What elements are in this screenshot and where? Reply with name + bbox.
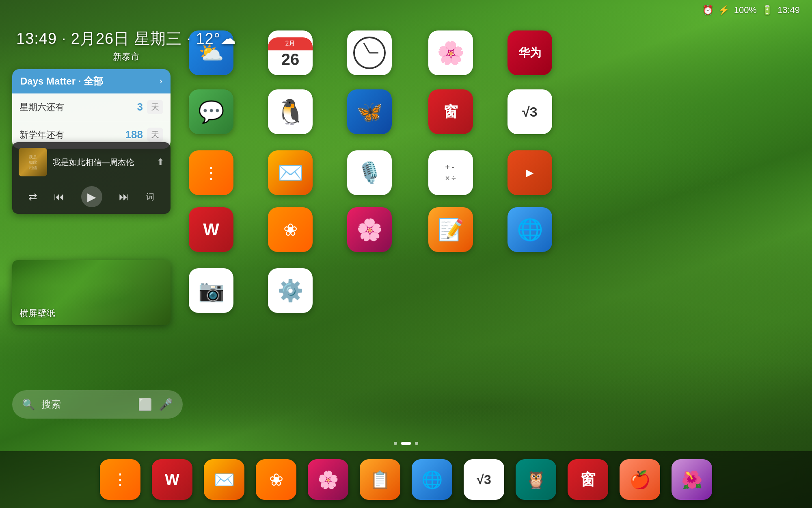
music-widget[interactable]: 我是如此相信 我是如此相信—周杰伦 ⬆ ⇄ ⏮ ▶ ⏭ 词 [12, 142, 171, 214]
dm-unit-2: 天 [147, 128, 163, 142]
datetime-widget: 13:49 · 2月26日 星期三 · 12°☁ 新泰市 [16, 28, 236, 63]
dock-window-button[interactable]: 窗 [568, 459, 608, 500]
battery-icon: 🔋 [762, 5, 773, 15]
days-matter-header[interactable]: Days Matter · 全部 › [12, 69, 171, 93]
scan-icon[interactable]: ⬜ [138, 398, 152, 411]
dock: ⋮ W ✉️ ❀ 🌸 📋 🌐 √3 🦉 窗 🍎 🌺 [0, 451, 812, 508]
music-title: 我是如此相信—周杰伦 [53, 157, 151, 168]
dm-count-2: 188 [125, 128, 143, 141]
voice-icon[interactable]: 🎤 [159, 398, 173, 411]
app-mail[interactable]: ✉️ [268, 150, 313, 195]
app-video[interactable]: ▶ [508, 150, 552, 195]
days-matter-arrow[interactable]: › [160, 76, 162, 87]
datetime-location: 新泰市 [16, 51, 236, 63]
dock-notes-button[interactable]: 📋 [360, 459, 400, 500]
dm-unit-1: 天 [147, 100, 163, 114]
search-icon: 🔍 [22, 398, 35, 411]
app-dingtalk[interactable]: 🦋 [347, 89, 392, 134]
app-window-red[interactable]: 窗 [428, 89, 473, 134]
status-bar: ⏰ ⚡ 100% 🔋 13:49 [0, 0, 812, 20]
dock-owl-button[interactable]: 🦉 [516, 459, 556, 500]
dock-mail-button[interactable]: ✉️ [204, 459, 244, 500]
days-matter-widget[interactable]: Days Matter · 全部 › 星期六还有 3 天 新学年还有 188 天 [12, 69, 171, 149]
music-upload-icon[interactable]: ⬆ [157, 157, 164, 167]
app-settings[interactable]: ⚙️ [268, 268, 313, 313]
prev-button[interactable]: ⏮ [54, 191, 65, 203]
bluetooth-icon: ⚡ [718, 5, 729, 15]
page-dot-1[interactable] [394, 442, 397, 445]
page-dot-2[interactable] [401, 442, 411, 445]
shuffle-button[interactable]: ⇄ [28, 191, 37, 203]
dock-gallery-button[interactable]: 🌺 [672, 459, 712, 500]
app-qq[interactable]: 🐧 [268, 89, 313, 134]
app-notes[interactable]: 📝 [428, 207, 473, 252]
play-button[interactable]: ▶ [81, 186, 102, 207]
app-calculator[interactable]: +- ×÷ [428, 150, 473, 195]
app-huawei-video[interactable]: ❀ [268, 207, 313, 252]
page-indicator [394, 442, 418, 445]
app-moji-weather[interactable]: 🌸 [347, 207, 392, 252]
app-calendar[interactable]: 2月 26 [268, 30, 313, 75]
dm-count-1: 3 [137, 101, 143, 113]
search-bar[interactable]: 🔍 搜索 ⬜ 🎤 [12, 390, 183, 419]
page-dot-3[interactable] [415, 442, 418, 445]
app-calc-sqrt[interactable]: √3 [508, 89, 552, 134]
music-top: 我是如此相信 我是如此相信—周杰伦 ⬆ [12, 142, 171, 182]
search-label[interactable]: 搜索 [41, 398, 132, 411]
app-more-orange[interactable]: ⋮ [189, 150, 233, 195]
battery-percent: 100% [734, 5, 757, 15]
dock-sqrt-button[interactable]: √3 [464, 459, 504, 500]
music-controls: ⇄ ⏮ ▶ ⏭ 词 [12, 182, 171, 214]
music-album-art: 我是如此相信 [19, 148, 47, 176]
app-huawei[interactable]: 华为 [508, 30, 552, 75]
datetime-main: 13:49 · 2月26日 星期三 · 12°☁ [16, 28, 236, 49]
app-wechat[interactable]: 💬 [189, 89, 233, 134]
lyrics-button[interactable]: 词 [146, 191, 154, 202]
days-matter-title: Days Matter · 全部 [20, 75, 103, 88]
wallpaper-widget-label: 横屏壁纸 [19, 307, 55, 319]
app-sound-recorder[interactable]: 🎙️ [347, 150, 392, 195]
status-right: ⏰ ⚡ 100% 🔋 13:49 [702, 5, 800, 15]
dock-wps-button[interactable]: W [152, 459, 192, 500]
dock-fruit-button[interactable]: 🍎 [620, 459, 660, 500]
app-wps[interactable]: W [189, 207, 233, 252]
dock-flowers-button[interactable]: ❀ [256, 459, 296, 500]
dm-row-1[interactable]: 星期六还有 3 天 [12, 93, 171, 121]
app-clock[interactable] [347, 30, 392, 75]
app-camera[interactable]: 📷 [189, 268, 233, 313]
wallpaper-preview-widget[interactable]: 横屏壁纸 [12, 260, 171, 325]
app-browser[interactable]: 🌐 [508, 207, 552, 252]
music-info: 我是如此相信—周杰伦 [53, 157, 151, 168]
app-lotus[interactable]: 🌸 [428, 30, 473, 75]
time-display: 13:49 [777, 5, 800, 15]
next-button[interactable]: ⏭ [119, 191, 130, 203]
alarm-icon: ⏰ [702, 5, 713, 15]
dock-more-button[interactable]: ⋮ [100, 459, 140, 500]
dm-label-1: 星期六还有 [19, 101, 137, 113]
dock-browser-button[interactable]: 🌐 [412, 459, 452, 500]
dm-label-2: 新学年还有 [19, 129, 125, 141]
dock-moji-button[interactable]: 🌸 [308, 459, 348, 500]
